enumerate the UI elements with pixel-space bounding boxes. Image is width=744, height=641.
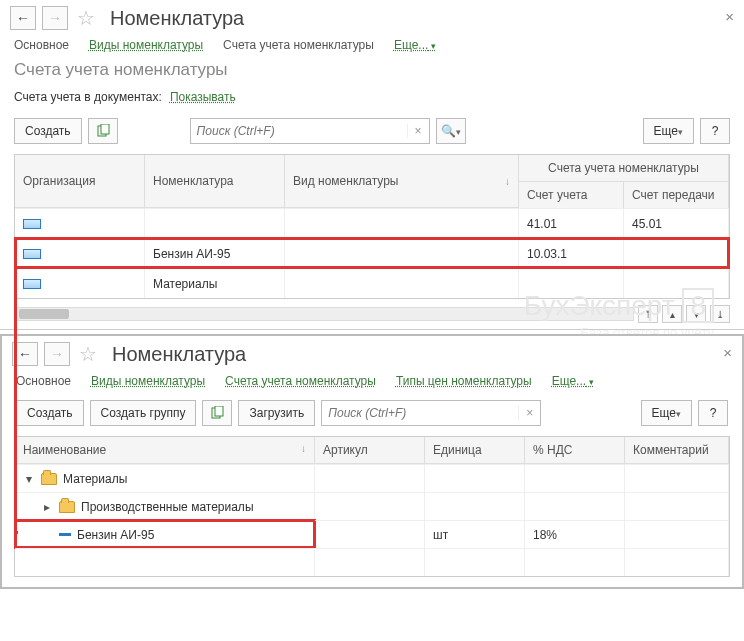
item-icon [59, 533, 71, 536]
search-box: × [190, 118, 430, 144]
col-comment[interactable]: Комментарий [625, 437, 729, 464]
nomenclature-grid: Наименование↓ Артикул Единица % НДС Комм… [14, 436, 730, 577]
tree-row-empty [15, 548, 729, 576]
folder-icon [41, 473, 57, 485]
tree-row-folder[interactable]: ▾Материалы [15, 464, 729, 492]
grid-header: Организация Номенклатура Вид номенклатур… [15, 155, 729, 208]
expand-icon[interactable]: ▸ [41, 500, 53, 514]
close-icon[interactable]: × [725, 8, 734, 25]
back-button[interactable]: ← [10, 6, 36, 30]
bottom-panel: × ← → ☆ Номенклатура Основное Виды номен… [0, 334, 744, 589]
tab-accounts[interactable]: Счета учета номенклатуры [225, 374, 376, 388]
col-vid[interactable]: Вид номенклатуры↓ [285, 155, 519, 208]
more-button[interactable]: Еще [643, 118, 694, 144]
record-icon [23, 249, 41, 259]
forward-button[interactable]: → [44, 342, 70, 366]
svg-rect-1 [101, 124, 109, 134]
help-button[interactable]: ? [698, 400, 728, 426]
col-acc2[interactable]: Счет передачи [624, 182, 729, 208]
search-box: × [321, 400, 541, 426]
search-input[interactable] [322, 406, 518, 420]
scroll-up-icon[interactable]: ▴ [662, 305, 682, 323]
tab-more[interactable]: Еще... [552, 374, 594, 388]
top-panel: × ← → ☆ Номенклатура Основное Виды номен… [0, 0, 744, 330]
record-icon [23, 279, 41, 289]
svg-rect-3 [215, 406, 223, 416]
load-button[interactable]: Загрузить [238, 400, 315, 426]
favorite-icon[interactable]: ☆ [74, 6, 98, 30]
tab-types[interactable]: Виды номенклатуры [91, 374, 205, 388]
scroll-first-icon[interactable]: ⤒ [638, 305, 658, 323]
page-title: Номенклатура [104, 7, 244, 30]
copy-button[interactable] [202, 400, 232, 426]
tab-accounts[interactable]: Счета учета номенклатуры [223, 38, 374, 52]
help-button[interactable]: ? [700, 118, 730, 144]
create-group-button[interactable]: Создать группу [90, 400, 197, 426]
tab-types[interactable]: Виды номенклатуры [89, 38, 203, 52]
grid-header: Наименование↓ Артикул Единица % НДС Комм… [15, 437, 729, 464]
section-title: Счета учета номенклатуры [0, 60, 744, 88]
grid-row[interactable]: 41.01 45.01 [15, 208, 729, 238]
doc-accounts-label: Счета учета в документах: [14, 90, 162, 104]
col-nds[interactable]: % НДС [525, 437, 625, 464]
create-button[interactable]: Создать [16, 400, 84, 426]
grid-scrollbar[interactable]: ⤒ ▴ ▾ ⤓ [14, 305, 730, 323]
tab-more[interactable]: Еще... [394, 38, 436, 52]
close-icon[interactable]: × [723, 344, 732, 361]
col-acc-group[interactable]: Счета учета номенклатуры [519, 155, 729, 182]
tree-row-folder[interactable]: ▸Производственные материалы [15, 492, 729, 520]
record-icon [23, 219, 41, 229]
tab-main[interactable]: Основное [16, 374, 71, 388]
tab-main[interactable]: Основное [14, 38, 69, 52]
tab-prices[interactable]: Типы цен номенклатуры [396, 374, 532, 388]
grid-row-highlighted[interactable]: Бензин АИ-95 10.03.1 [15, 238, 729, 268]
col-article[interactable]: Артикул [315, 437, 425, 464]
forward-button[interactable]: → [42, 6, 68, 30]
grid-row[interactable]: Материалы [15, 268, 729, 298]
search-input[interactable] [191, 124, 407, 138]
scroll-down-icon[interactable]: ▾ [686, 305, 706, 323]
more-button[interactable]: Еще [641, 400, 692, 426]
col-name[interactable]: Наименование↓ [15, 437, 315, 464]
col-nom[interactable]: Номенклатура [145, 155, 285, 208]
page-title: Номенклатура [106, 343, 246, 366]
create-button[interactable]: Создать [14, 118, 82, 144]
favorite-icon[interactable]: ☆ [76, 342, 100, 366]
search-button[interactable]: 🔍 [436, 118, 466, 144]
copy-button[interactable] [88, 118, 118, 144]
scroll-last-icon[interactable]: ⤓ [710, 305, 730, 323]
accounts-grid: Организация Номенклатура Вид номенклатур… [14, 154, 730, 299]
tab-bar: Основное Виды номенклатуры Счета учета н… [0, 34, 744, 60]
back-button[interactable]: ← [12, 342, 38, 366]
expand-icon[interactable]: ▾ [23, 472, 35, 486]
search-clear-icon[interactable]: × [518, 406, 540, 420]
doc-accounts-link[interactable]: Показывать [170, 90, 236, 104]
tree-row-item-highlighted[interactable]: Бензин АИ-95 шт 18% [15, 520, 729, 548]
col-org[interactable]: Организация [15, 155, 145, 208]
tab-bar: Основное Виды номенклатуры Счета учета н… [2, 370, 742, 396]
col-acc1[interactable]: Счет учета [519, 182, 624, 208]
col-unit[interactable]: Единица [425, 437, 525, 464]
folder-icon [59, 501, 75, 513]
search-clear-icon[interactable]: × [407, 124, 429, 138]
